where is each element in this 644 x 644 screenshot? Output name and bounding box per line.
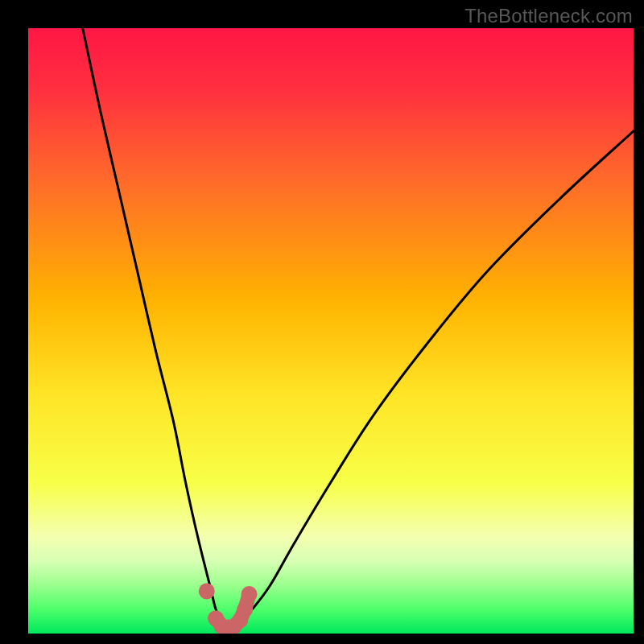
highlight-marker: [199, 583, 215, 599]
highlight-marker: [237, 601, 253, 617]
bottleneck-curve: [28, 28, 634, 634]
highlight-marker: [242, 586, 258, 602]
chart-frame: TheBottleneck.com: [0, 0, 644, 644]
plot-area: [28, 28, 634, 634]
watermark-text: TheBottleneck.com: [464, 5, 633, 27]
